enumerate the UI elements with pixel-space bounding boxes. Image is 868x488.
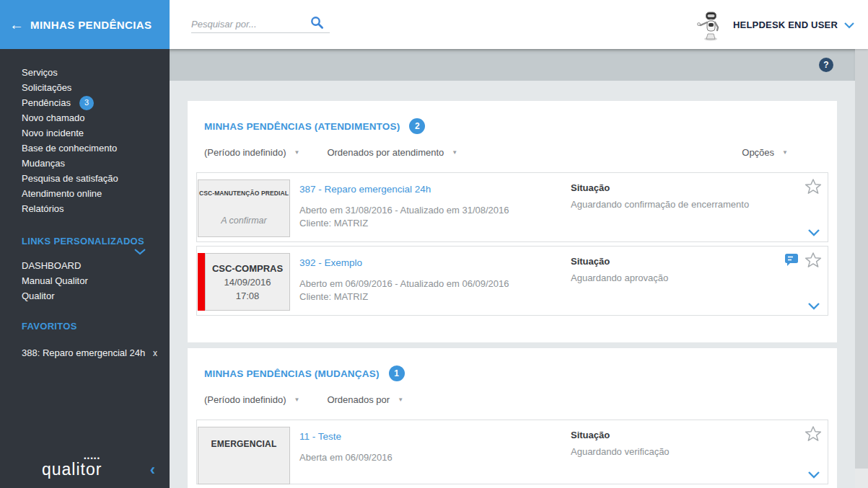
ticket-11-tag: EMERGENCIAL xyxy=(198,427,290,484)
situation-label: Situação xyxy=(571,430,670,440)
ticket-387-tag: CSC-MANUTENÇÃO PREDIAL A confirmar xyxy=(198,179,290,237)
favorite-label[interactable]: 388: Reparo emergencial 24h xyxy=(22,347,145,358)
logo-dots: ••••• xyxy=(84,455,100,462)
sidebar-item-mudancas[interactable]: Mudanças xyxy=(22,156,170,171)
qualitor-logo: qualitor ••••• xyxy=(42,460,102,479)
sort-filter[interactable]: Ordenados por xyxy=(327,394,390,405)
urgency-stripe xyxy=(198,253,205,311)
favorite-star-icon[interactable] xyxy=(805,252,822,268)
sidebar-item-servicos[interactable]: Serviços xyxy=(22,65,170,80)
ticket-392-queue: CSC-COMPRAS xyxy=(212,263,283,274)
card-atendimentos: MINHAS PENDÊNCIAS (ATENDIMENTOS) 2 (Perí… xyxy=(188,101,837,342)
search-input[interactable] xyxy=(191,19,310,30)
favorite-star-icon[interactable] xyxy=(805,178,822,195)
help-icon[interactable]: ? xyxy=(819,58,833,72)
sidebar-collapse-icon[interactable]: ‹ xyxy=(150,462,155,478)
expand-chevron-icon[interactable] xyxy=(807,471,820,479)
ticket-11-queue: EMERGENCIAL xyxy=(211,439,277,449)
situation-label: Situação xyxy=(571,182,749,193)
period-filter[interactable]: (Período indefinido) xyxy=(204,147,286,158)
search-box[interactable] xyxy=(191,16,330,33)
expand-chevron-icon[interactable] xyxy=(807,229,820,236)
period-filter[interactable]: (Período indefinido) xyxy=(204,394,286,405)
chat-message-icon[interactable] xyxy=(784,253,799,267)
user-menu-chevron-icon[interactable] xyxy=(843,22,855,29)
page-title: MINHAS PENDÊNCIAS xyxy=(30,19,152,31)
sidebar-link-qualitor[interactable]: Qualitor xyxy=(22,288,170,303)
favorite-star-icon[interactable] xyxy=(805,425,822,442)
ticket-11-situation: Aguardando verificação xyxy=(571,446,670,457)
topbar: HELPDESK END USER xyxy=(170,0,868,49)
ticket-387-client: Cliente: MATRIZ xyxy=(299,218,509,229)
sort-filter[interactable]: Ordenados por atendimento xyxy=(327,147,444,158)
user-menu[interactable]: HELPDESK END USER xyxy=(696,8,855,41)
ticket-387-dates: Aberto em 31/08/2016 - Atualizado em 31/… xyxy=(299,205,509,216)
sidebar-item-relatorios[interactable]: Relatórios xyxy=(22,201,170,216)
robot-avatar xyxy=(696,8,726,41)
sidebar-link-dashboard[interactable]: DASHBOARD xyxy=(22,258,170,273)
sort-filter-caret-icon[interactable]: ▼ xyxy=(452,149,457,156)
ticket-392-situation: Aguardando aprovação xyxy=(571,272,668,283)
ticket-row-11[interactable]: EMERGENCIAL 11 - Teste Aberta em 06/09/2… xyxy=(196,420,828,484)
ticket-row-392[interactable]: CSC-COMPRAS 14/09/2016 17:08 392 - Exemp… xyxy=(196,246,828,316)
period-filter-caret-icon[interactable]: ▼ xyxy=(294,396,299,403)
sidebar-item-pesquisa-satisfacao[interactable]: Pesquisa de satisfação xyxy=(22,171,170,186)
sidebar-item-pendencias[interactable]: Pendências 3 xyxy=(22,95,170,110)
sidebar-item-base-conhecimento[interactable]: Base de conhecimento xyxy=(22,141,170,156)
card-atendimentos-title: MINHAS PENDÊNCIAS (ATENDIMENTOS) xyxy=(204,121,400,132)
sidebar-item-novo-incidente[interactable]: Novo incidente xyxy=(22,125,170,141)
options-menu[interactable]: Opções xyxy=(742,147,774,158)
app-window: ← MINHAS PENDÊNCIAS Serviços Solicitaçõe… xyxy=(0,0,868,488)
ticket-387-situation: Aguardando confirmação de encerramento xyxy=(571,199,749,210)
ticket-392-client: Cliente: MATRIZ xyxy=(299,291,509,302)
options-caret-icon[interactable]: ▼ xyxy=(782,149,788,156)
card-mudancas-count-badge: 1 xyxy=(389,365,405,381)
card-atendimentos-filters: (Período indefinido) ▼ Ordenados por ate… xyxy=(188,134,837,158)
sidebar-header[interactable]: ← MINHAS PENDÊNCIAS xyxy=(0,0,170,49)
ticket-row-387[interactable]: CSC-MANUTENÇÃO PREDIAL A confirmar 387 -… xyxy=(196,172,828,242)
sidebar-item-atendimento-online[interactable]: Atendimento online xyxy=(22,186,170,201)
sort-filter-caret-icon[interactable]: ▼ xyxy=(398,396,403,403)
scrollbar-thumb[interactable] xyxy=(855,49,868,469)
sidebar-item-solicitacoes[interactable]: Solicitações xyxy=(22,80,170,95)
sidebar-nav: Serviços Solicitações Pendências 3 Novo … xyxy=(0,49,170,216)
card-mudancas-title: MINHAS PENDÊNCIAS (MUDANÇAS) xyxy=(204,368,380,379)
sidebar-footer: qualitor ••••• ‹ xyxy=(0,459,170,481)
favorite-remove-icon[interactable]: x xyxy=(153,348,157,358)
ticket-11-dates: Aberta em 06/09/2016 xyxy=(299,452,393,463)
favoritos-heading: FAVORITOS xyxy=(0,321,170,332)
card-atendimentos-count-badge: 2 xyxy=(409,118,425,134)
ticket-387-link[interactable]: 387 - Reparo emergencial 24h xyxy=(299,184,431,195)
ticket-11-link[interactable]: 11 - Teste xyxy=(299,431,341,442)
custom-links: DASHBOARD Manual Qualitor Qualitor xyxy=(0,258,170,303)
situation-label: Situação xyxy=(571,256,668,267)
ticket-387-status-note: A confirmar xyxy=(221,216,266,226)
toolbar-band: ? xyxy=(170,49,855,81)
links-collapse-chevron-icon[interactable] xyxy=(133,248,146,255)
card-mudancas-filters: (Período indefinido) ▼ Ordenados por ▼ xyxy=(188,381,837,405)
links-personalizados-heading: LINKS PERSONALIZADOS xyxy=(0,236,170,247)
sidebar: ← MINHAS PENDÊNCIAS Serviços Solicitaçõe… xyxy=(0,0,170,488)
pendencias-count-badge: 3 xyxy=(79,96,94,110)
search-icon[interactable] xyxy=(310,16,324,30)
ticket-392-deadline-date: 14/09/2016 xyxy=(224,277,271,288)
favorite-item[interactable]: 388: Reparo emergencial 24h x xyxy=(0,347,170,358)
sidebar-item-novo-chamado[interactable]: Novo chamado xyxy=(22,110,170,125)
period-filter-caret-icon[interactable]: ▼ xyxy=(294,149,299,156)
main-content: MINHAS PENDÊNCIAS (ATENDIMENTOS) 2 (Perí… xyxy=(170,81,855,488)
ticket-392-dates: Aberto em 06/09/2016 - Atualizado em 06/… xyxy=(299,278,509,289)
sidebar-link-manual-qualitor[interactable]: Manual Qualitor xyxy=(22,273,170,288)
expand-chevron-icon[interactable] xyxy=(807,302,820,310)
scrollbar-track[interactable] xyxy=(855,49,868,488)
ticket-392-link[interactable]: 392 - Exemplo xyxy=(299,257,362,268)
back-arrow-icon[interactable]: ← xyxy=(9,17,24,32)
ticket-392-deadline-time: 17:08 xyxy=(236,290,260,301)
ticket-387-queue: CSC-MANUTENÇÃO PREDIAL xyxy=(199,190,289,197)
ticket-392-tag: CSC-COMPRAS 14/09/2016 17:08 xyxy=(205,253,290,311)
user-name[interactable]: HELPDESK END USER xyxy=(733,19,838,30)
card-mudancas: MINHAS PENDÊNCIAS (MUDANÇAS) 1 (Período … xyxy=(188,348,837,488)
